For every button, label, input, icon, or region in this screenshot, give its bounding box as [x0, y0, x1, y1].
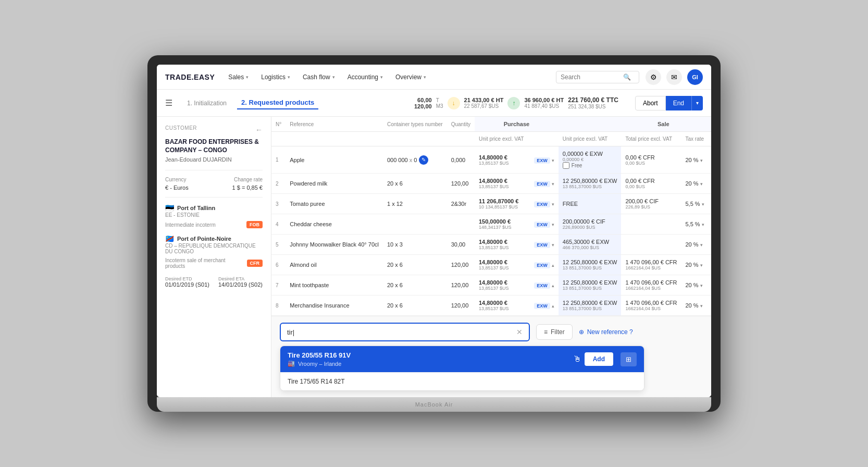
chevron-up-icon[interactable]: ▴	[552, 263, 554, 268]
supplier-icon: 🏭	[288, 360, 295, 367]
row-tax[interactable]: 20 % ▾	[681, 235, 709, 255]
mail-button[interactable]: ✉	[666, 69, 682, 85]
row-container: 1 x 12	[383, 194, 447, 214]
nav-overview[interactable]: Overview ▾	[390, 70, 431, 84]
chevron-down-icon[interactable]: ▾	[700, 283, 703, 288]
row-purchase-incoterm[interactable]: EXW ▾	[528, 174, 559, 194]
table-row: 1 Apple 000 000 x 0 ✎ 0,000 14,80000 € 1…	[271, 146, 711, 174]
search-result-item[interactable]: Tire 175/65 R14 82T	[280, 372, 644, 390]
col-tax-rate: Tax rate	[681, 132, 709, 146]
row-tax[interactable]: 20 % ▾	[681, 275, 709, 296]
chevron-down-icon[interactable]: ▾	[552, 181, 554, 187]
row-container	[383, 214, 447, 235]
clear-search-icon[interactable]: ✕	[516, 328, 523, 336]
chevron-down-icon[interactable]: ▾	[700, 303, 703, 309]
chevron-down-icon[interactable]: ▾	[700, 242, 703, 248]
row-ref: Mint toothpaste	[286, 275, 383, 296]
search-bar[interactable]: 🔍	[556, 71, 639, 83]
step1-label[interactable]: 1. Initialization	[183, 97, 231, 109]
container-edit-btn[interactable]: ✎	[419, 155, 428, 165]
ht1-sub: 22 587,67 $US	[464, 103, 504, 109]
row-tax[interactable]: 20 % ▾	[681, 255, 709, 275]
port1-incoterm-label: Intermediate incoterm	[165, 222, 216, 228]
row-tax[interactable]: 20 % ▾	[681, 146, 709, 174]
end-chevron-button[interactable]: ▾	[691, 96, 703, 110]
row-total-incl: 14 05 14 120	[709, 235, 711, 255]
nav-accounting[interactable]: Accounting ▾	[342, 70, 388, 84]
hamburger-icon[interactable]: ☰	[165, 98, 172, 108]
filter-icon: ≡	[544, 328, 548, 336]
chevron-down-icon: ▾	[424, 75, 426, 80]
row-purchase-incoterm[interactable]: EXW ▴	[528, 275, 559, 296]
row-sale-unit: 12 250,80000 € EXW 13 851,37000 $US	[559, 174, 622, 194]
search-result-item[interactable]: Tire 205/55 R16 91V 🏭 Vroomy – Irlande 🖱…	[280, 346, 644, 372]
product-search-box[interactable]: ✕	[280, 323, 530, 341]
nav-logistics[interactable]: Logistics ▾	[256, 70, 295, 84]
end-button[interactable]: End	[666, 96, 691, 110]
chevron-down-icon[interactable]: ▾	[552, 202, 554, 207]
row-total-incl: 1 482 09 1 778 51	[709, 275, 711, 296]
nav-sales[interactable]: Sales ▾	[223, 70, 254, 84]
chevron-down-icon[interactable]: ▾	[700, 158, 703, 163]
row-qty: 120,00	[447, 174, 475, 194]
chevron-up-icon[interactable]: ▴	[552, 303, 554, 309]
back-button[interactable]: ←	[255, 126, 263, 134]
product-search-input[interactable]	[287, 328, 516, 336]
abort-button[interactable]: Abort	[635, 96, 666, 110]
qty1-val: 60,00	[414, 97, 432, 103]
chevron-down-icon[interactable]: ▾	[700, 181, 703, 187]
detail-button[interactable]: ⊞	[621, 352, 637, 366]
table-row: 5 Johnny Moonwalker Black 40° 70cl 10 x …	[271, 235, 711, 255]
row-purchase-price: 14,80000 € 13,85137 $US	[475, 296, 528, 316]
col-quantity: Quantity	[447, 117, 475, 132]
row-purchase-price: 14,80000 € 13,85137 $US	[475, 174, 528, 194]
port1-incoterm-badge: FOB	[246, 221, 263, 228]
search-input[interactable]	[561, 73, 623, 81]
port1-flag: 🇪🇪	[165, 204, 174, 212]
port2-country: CD – REPUBLIQUE DEMOCRATIQUE DU CONGO	[165, 243, 263, 254]
row-tax[interactable]: 5,5 % ▾	[681, 214, 709, 235]
row-tax[interactable]: 20 % ▾	[681, 174, 709, 194]
chevron-down-icon[interactable]: ▾	[552, 242, 554, 248]
chevron-down-icon[interactable]: ▾	[702, 222, 704, 227]
chevron-down-icon[interactable]: ▾	[552, 158, 554, 163]
step2-label[interactable]: 2. Requested products	[237, 96, 318, 109]
port2-flag: 🇨🇩	[165, 235, 174, 243]
nav-cashflow[interactable]: Cash flow ▾	[297, 70, 340, 84]
ttc-sub: 251 324,38 $US	[568, 104, 618, 109]
row-tax[interactable]: 5,5 % ▾	[681, 194, 709, 214]
settings-button[interactable]: ⚙	[646, 69, 661, 85]
chevron-down-icon[interactable]: ▾	[552, 222, 554, 227]
row-sale-total: 1 470 096,00 € CFR 1662164,04 $US	[621, 296, 681, 316]
row-num: 8	[271, 296, 286, 316]
avatar[interactable]: GI	[687, 69, 703, 85]
row-sale-total: 0,00 € CFR 0,00 $US	[621, 146, 681, 174]
steps-meta: 60,00 120,00 T M3 ↓ 21 433,00 € HT 22 58…	[414, 96, 703, 110]
laptop-brand: MacBook Air	[415, 401, 453, 408]
add-product-button[interactable]: Add	[585, 352, 613, 366]
row-tax[interactable]: 20 % ▾	[681, 296, 709, 316]
chevron-up-icon[interactable]: ▴	[552, 283, 554, 288]
free-checkbox[interactable]	[563, 162, 569, 169]
row-purchase-incoterm[interactable]: EXW ▾	[528, 235, 559, 255]
chevron-down-icon[interactable]: ▾	[700, 263, 703, 268]
row-purchase-incoterm[interactable]: EXW ▾	[528, 214, 559, 235]
row-purchase-incoterm[interactable]: EXW ▴	[528, 296, 559, 316]
chevron-down-icon[interactable]: ▾	[702, 202, 704, 207]
filter-button[interactable]: ≡ Filter	[536, 324, 573, 340]
new-reference-button[interactable]: ⊕ New reference ?	[579, 328, 633, 336]
row-purchase-incoterm[interactable]: EXW ▾	[528, 194, 559, 214]
search-icon: 🔍	[623, 73, 631, 81]
search-input-row: ✕ ≡ Filter ⊕ New reference ?	[280, 323, 703, 341]
result-name: Tire 205/55 R16 91V	[288, 351, 351, 359]
row-purchase-price: 14,80000 € 13,85137 $US	[475, 235, 528, 255]
table-row: 6 Almond oil 20 x 6 120,00 14,80000 € 13…	[271, 255, 711, 275]
row-purchase-incoterm[interactable]: EXW ▾	[528, 146, 559, 174]
nav-items: Sales ▾ Logistics ▾ Cash flow ▾ Accounti…	[223, 70, 556, 84]
contact-person: Jean-Edouard DUJARDIN	[165, 156, 263, 163]
main-content: Customer ← BAZAR FOOD ENTERPRISES & COMP…	[157, 117, 711, 397]
row-purchase-incoterm[interactable]: EXW ▴	[528, 255, 559, 275]
row-num: 2	[271, 174, 286, 194]
row-num: 7	[271, 275, 286, 296]
row-sale-unit: 12 250,80000 € EXW 13 851,37000 $US	[559, 275, 622, 296]
